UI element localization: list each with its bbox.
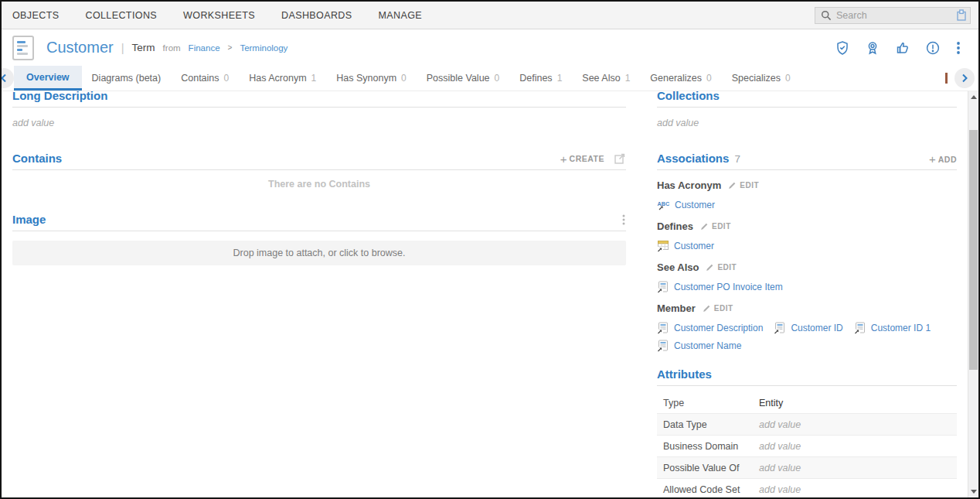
assoc-group-has-acronym: Has Acronym EDIT ABC Customer <box>657 179 957 211</box>
tab-generalizes[interactable]: Generalizes0 <box>640 66 721 91</box>
left-column: Long Description add value Contains + CR… <box>12 91 638 497</box>
tab-partial-clipped[interactable] <box>945 73 948 84</box>
governance-shield-icon[interactable] <box>835 40 850 56</box>
associations-section-header: Associations 7 + ADD <box>657 128 957 170</box>
assoc-group-see-also: See Also EDIT Customer PO Invoice Item <box>657 261 957 293</box>
tab-defines[interactable]: Defines1 <box>509 66 572 91</box>
attr-row-data-type: Data Type add value <box>657 414 957 436</box>
attr-value-business-domain[interactable]: add value <box>759 441 801 452</box>
attr-row-allowed-code-set: Allowed Code Set add value <box>657 479 957 497</box>
create-contains-button[interactable]: + CREATE <box>560 153 604 165</box>
title-bar: Customer | Term from Finance > Terminolo… <box>2 29 978 66</box>
link-customer-id[interactable]: Customer ID <box>774 322 842 334</box>
long-description-section-header: Long Description <box>12 91 626 108</box>
image-kebab-menu-icon[interactable] <box>621 214 626 226</box>
search-box[interactable] <box>815 7 971 24</box>
scrollbar-up-arrow[interactable] <box>971 95 977 99</box>
breadcrumb-parent[interactable]: Finance <box>189 43 220 53</box>
svg-text:ABC: ABC <box>658 200 670 207</box>
chevron-right-icon <box>961 73 968 83</box>
kebab-menu-icon[interactable] <box>955 40 961 56</box>
contains-section-header: Contains + CREATE <box>12 128 626 170</box>
link-customer-name[interactable]: Customer Name <box>657 340 741 352</box>
search-input[interactable] <box>836 10 952 21</box>
pencil-icon <box>706 263 714 272</box>
plus-icon: + <box>929 153 936 165</box>
tab-overview[interactable]: Overview <box>14 66 82 91</box>
app-window: OBJECTS COLLECTIONS WORKSHEETS DASHBOARD… <box>0 0 980 499</box>
tab-has-synonym[interactable]: Has Synonym0 <box>326 66 417 91</box>
breadcrumb-child[interactable]: Terminology <box>240 43 288 53</box>
link-customer-po-invoice-item[interactable]: Customer PO Invoice Item <box>657 281 783 293</box>
pencil-icon <box>728 181 737 190</box>
tab-see-also[interactable]: See Also1 <box>572 66 640 91</box>
edit-see-also-button[interactable]: EDIT <box>706 263 737 272</box>
breadcrumb-separator: > <box>228 43 233 52</box>
nav-item-worksheets[interactable]: WORKSHEETS <box>183 10 255 21</box>
pencil-icon <box>700 222 709 231</box>
nav-item-manage[interactable]: MANAGE <box>379 10 423 21</box>
alert-info-icon[interactable] <box>925 40 941 56</box>
entity-table-icon <box>657 240 669 252</box>
link-customer-description[interactable]: Customer Description <box>657 322 763 334</box>
contains-title: Contains <box>12 152 62 165</box>
tabs-scroll-right-button[interactable] <box>954 68 975 88</box>
object-type-label: Term <box>132 42 155 53</box>
search-scope-icon[interactable] <box>957 9 966 21</box>
edit-has-acronym-button[interactable]: EDIT <box>728 181 759 190</box>
term-doc-icon <box>657 322 669 334</box>
associations-title: Associations 7 <box>657 152 740 165</box>
nav-item-collections[interactable]: COLLECTIONS <box>85 10 157 21</box>
link-acronym-customer[interactable]: ABC Customer <box>657 199 715 211</box>
attr-value-possible-value-of[interactable]: add value <box>759 463 801 473</box>
from-label: from <box>163 43 181 53</box>
image-drop-zone[interactable]: Drop image to attach, or click to browse… <box>12 241 626 265</box>
term-doc-icon <box>774 322 786 334</box>
page-title: Customer <box>46 39 114 56</box>
edit-member-button[interactable]: EDIT <box>703 304 733 313</box>
tab-spacer <box>801 66 945 91</box>
chevron-left-icon <box>0 73 8 83</box>
tab-possible-value[interactable]: Possible Value0 <box>417 66 509 91</box>
thumbs-up-icon[interactable] <box>895 40 910 56</box>
top-nav: OBJECTS COLLECTIONS WORKSHEETS DASHBOARD… <box>2 2 978 29</box>
collections-add-value[interactable]: add value <box>657 118 957 128</box>
tab-contains[interactable]: Contains0 <box>171 66 239 91</box>
tabs-scroll-left-button[interactable] <box>0 68 14 88</box>
tab-diagrams-beta[interactable]: Diagrams (beta) <box>82 66 172 91</box>
attr-value-data-type[interactable]: add value <box>759 419 801 430</box>
vertical-scrollbar[interactable] <box>968 91 978 497</box>
attr-value-type[interactable]: Entity <box>759 398 783 408</box>
plus-icon: + <box>560 153 567 165</box>
open-contains-external-icon[interactable] <box>614 152 626 165</box>
term-doc-icon <box>657 340 669 352</box>
link-customer-id-1[interactable]: Customer ID 1 <box>854 322 931 334</box>
pencil-icon <box>703 304 711 313</box>
acronym-abc-icon: ABC <box>657 199 670 211</box>
attr-value-allowed-code-set[interactable]: add value <box>759 484 801 495</box>
attributes-section-header: Attributes <box>657 352 957 386</box>
collections-section-header: Collections <box>657 91 957 108</box>
long-description-title: Long Description <box>12 91 107 102</box>
nav-item-dashboards[interactable]: DASHBOARDS <box>281 10 352 21</box>
edit-defines-button[interactable]: EDIT <box>700 222 731 231</box>
associations-count: 7 <box>734 153 740 165</box>
attributes-title: Attributes <box>657 367 712 381</box>
assoc-group-member: Member EDIT Customer Description Custome… <box>657 302 957 352</box>
long-description-add-value[interactable]: add value <box>12 118 626 128</box>
search-icon <box>821 10 832 21</box>
tab-specializes[interactable]: Specializes0 <box>722 66 801 91</box>
assoc-group-defines: Defines EDIT Customer <box>657 220 957 252</box>
tab-bar: Overview Diagrams (beta) Contains0 Has A… <box>2 66 978 91</box>
tab-has-acronym[interactable]: Has Acronym1 <box>239 66 326 91</box>
certification-medal-icon[interactable] <box>865 40 880 56</box>
term-document-icon <box>12 36 34 60</box>
scrollbar-down-arrow[interactable] <box>971 490 977 494</box>
attr-row-possible-value-of: Possible Value Of add value <box>657 457 957 479</box>
add-association-button[interactable]: + ADD <box>929 153 957 165</box>
attributes-table: Type Entity Data Type add value Business… <box>657 392 957 497</box>
title-separator: | <box>121 41 124 54</box>
nav-item-objects[interactable]: OBJECTS <box>12 10 59 21</box>
link-entity-customer[interactable]: Customer <box>657 240 714 252</box>
scrollbar-thumb[interactable] <box>969 130 978 370</box>
